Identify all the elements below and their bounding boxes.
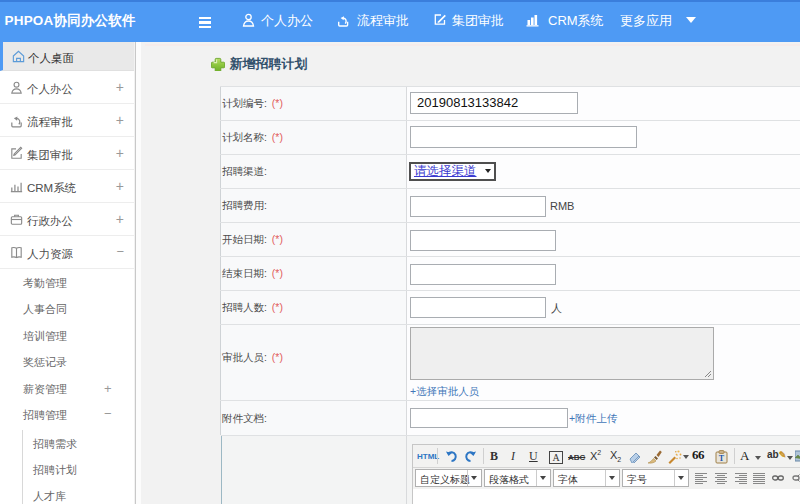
svg-text:T: T [719, 454, 725, 463]
